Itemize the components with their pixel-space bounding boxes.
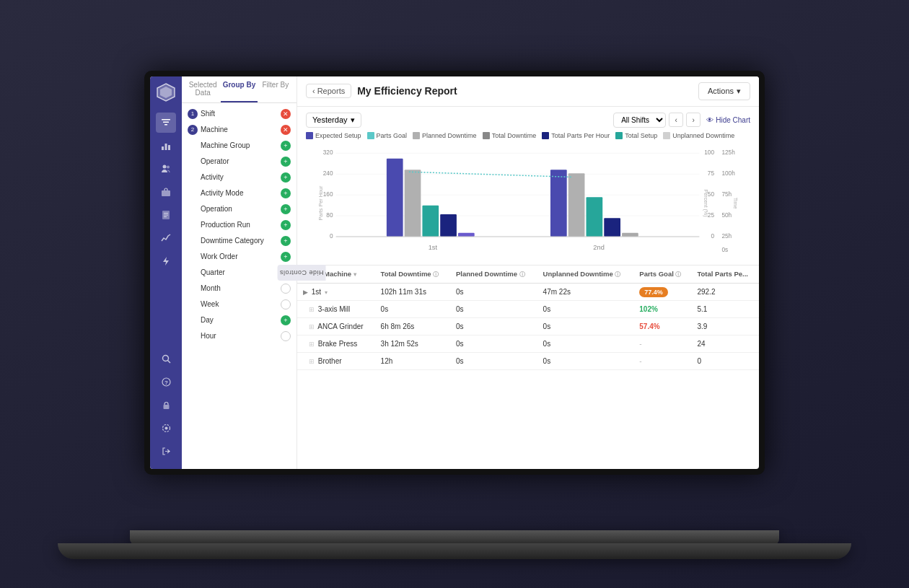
- hide-controls-button[interactable]: Hide Controls: [277, 265, 325, 281]
- parts-goal-value: -: [639, 340, 641, 348]
- tab-selected-data[interactable]: Selected Data: [185, 76, 221, 102]
- svg-rect-48: [387, 158, 403, 236]
- table-row[interactable]: ⊞ 3-axis Mill 0s 0s 0s 102% 5.1: [297, 300, 759, 317]
- cell-planned-downtime: 0s: [450, 317, 537, 335]
- svg-rect-3: [163, 121, 169, 123]
- controls-item[interactable]: Work Order +: [182, 249, 297, 265]
- search-sidebar-icon[interactable]: [156, 349, 176, 369]
- shift-select[interactable]: All Shifts: [613, 113, 666, 128]
- controls-item[interactable]: 2 Machine ✕: [182, 122, 297, 138]
- controls-item[interactable]: Activity +: [182, 170, 297, 185]
- cell-planned-downtime: 0s: [450, 352, 537, 369]
- cell-name: ⊞ Brother: [297, 352, 375, 369]
- table-row[interactable]: ⊞ Brake Press 3h 12m 52s 0s 0s - 24: [297, 335, 759, 352]
- cell-unplanned-downtime: 0s: [537, 335, 634, 352]
- row-name: Brake Press: [318, 340, 357, 348]
- table-section: Shift / Machine ▾ Total Downtime ⓘ Plann…: [297, 266, 759, 469]
- briefcase-sidebar-icon[interactable]: [156, 182, 176, 202]
- tab-filter-by[interactable]: Filter By: [258, 76, 294, 102]
- controls-item[interactable]: Operator +: [182, 154, 297, 170]
- controls-item[interactable]: Operation +: [182, 201, 297, 217]
- chart-svg: 320 240 160 80 0 Parts Per Hour 125h 100…: [306, 144, 750, 259]
- controls-item[interactable]: Production Run +: [182, 217, 297, 233]
- add-item-icon[interactable]: +: [281, 157, 291, 167]
- settings-sidebar-icon[interactable]: [156, 418, 176, 439]
- controls-item[interactable]: Downtime Category +: [182, 233, 297, 249]
- data-table: Shift / Machine ▾ Total Downtime ⓘ Plann…: [297, 266, 759, 370]
- svg-text:75h: 75h: [721, 191, 732, 198]
- controls-item[interactable]: Month: [182, 281, 297, 297]
- controls-item[interactable]: Day +: [182, 312, 297, 328]
- add-item-icon[interactable]: +: [281, 172, 291, 183]
- hide-chart-label: Hide Chart: [716, 116, 750, 124]
- legend-item: Total Setup: [615, 132, 657, 139]
- analytics-sidebar-icon[interactable]: [156, 228, 176, 248]
- legend-color: [306, 132, 313, 139]
- controls-item[interactable]: Week: [182, 297, 297, 312]
- table-row[interactable]: ⊞ Brother 12h 0s 0s - 0: [297, 352, 759, 369]
- add-item-icon[interactable]: +: [281, 252, 291, 262]
- document-sidebar-icon[interactable]: [156, 205, 176, 225]
- add-item-icon[interactable]: +: [281, 141, 291, 151]
- back-label: Reports: [317, 87, 346, 95]
- legend-color: [367, 132, 374, 139]
- controls-item[interactable]: 1 Shift ✕: [182, 106, 297, 122]
- date-chevron-icon: ▾: [351, 115, 355, 125]
- legend-label: Unplanned Downtime: [672, 132, 734, 139]
- controls-tabs: Selected Data Group By Filter By: [182, 76, 297, 103]
- info-icon-4: ⓘ: [675, 271, 681, 278]
- cell-planned-downtime: 0s: [450, 283, 537, 300]
- item-number: 1: [188, 109, 198, 119]
- table-row[interactable]: ⊞ ANCA Grinder 6h 8m 26s 0s 0s 57.4% 3.9: [297, 317, 759, 335]
- actions-button[interactable]: Actions ▾: [698, 82, 750, 100]
- app-logo[interactable]: [156, 82, 176, 102]
- controls-item[interactable]: Hour: [182, 328, 297, 344]
- cell-planned-downtime: 0s: [450, 300, 537, 317]
- item-label: Downtime Category: [201, 237, 264, 245]
- users-sidebar-icon[interactable]: [156, 159, 176, 179]
- item-number: 2: [188, 125, 198, 135]
- remove-item-icon[interactable]: ✕: [281, 109, 291, 119]
- add-item-icon[interactable]: +: [281, 204, 291, 214]
- svg-rect-56: [604, 218, 620, 237]
- controls-item[interactable]: Activity Mode +: [182, 185, 297, 201]
- svg-text:75: 75: [708, 170, 715, 177]
- svg-rect-52: [458, 232, 475, 236]
- legend-label: Total Setup: [625, 132, 657, 139]
- item-label: Day: [201, 316, 214, 324]
- legend-item: Unplanned Downtime: [663, 132, 734, 139]
- tab-group-by[interactable]: Group By: [221, 76, 257, 102]
- help-sidebar-icon[interactable]: ?: [156, 372, 176, 392]
- cell-name: ⊞ 3-axis Mill: [297, 300, 375, 317]
- table-row[interactable]: ▶ 1st ▾ 102h 11m 31s 0s 47m 22s 77.4% 29…: [297, 283, 759, 300]
- remove-item-icon[interactable]: ✕: [281, 125, 291, 135]
- legend-color: [542, 132, 549, 139]
- shift-next-button[interactable]: ›: [686, 113, 701, 127]
- date-select[interactable]: Yesterday ▾: [306, 113, 361, 128]
- cell-planned-downtime: 0s: [450, 335, 537, 352]
- parts-goal-value: 102%: [639, 305, 658, 313]
- add-item-icon[interactable]: +: [281, 236, 291, 246]
- controls-item[interactable]: Machine Group +: [182, 138, 297, 154]
- svg-rect-7: [168, 145, 170, 150]
- logout-sidebar-icon[interactable]: [156, 442, 176, 462]
- row-name: Brother: [318, 357, 342, 365]
- lightning-sidebar-icon[interactable]: [156, 251, 176, 271]
- add-item-icon[interactable]: +: [281, 188, 291, 198]
- bar-chart-sidebar-icon[interactable]: [156, 136, 176, 156]
- back-button[interactable]: ‹ Reports: [306, 84, 351, 98]
- svg-text:Percent (%): Percent (%): [703, 189, 709, 216]
- filter-sidebar-icon[interactable]: [156, 113, 176, 133]
- col-planned-downtime: Planned Downtime ⓘ: [450, 266, 537, 284]
- table-header-row: Shift / Machine ▾ Total Downtime ⓘ Plann…: [297, 266, 759, 284]
- add-item-icon[interactable]: +: [281, 315, 291, 325]
- row-name: ANCA Grinder: [317, 322, 363, 330]
- chart-controls: Yesterday ▾ All Shifts ‹ ›: [306, 113, 750, 128]
- lock-sidebar-icon[interactable]: [156, 395, 176, 416]
- svg-point-16: [162, 356, 168, 361]
- shift-prev-button[interactable]: ‹: [669, 113, 683, 127]
- main-content: ‹ Reports My Efficiency Report Actions ▾: [297, 76, 759, 469]
- cell-total-parts: 24: [691, 335, 759, 352]
- hide-chart-button[interactable]: 👁 Hide Chart: [706, 116, 750, 124]
- add-item-icon[interactable]: +: [281, 220, 291, 230]
